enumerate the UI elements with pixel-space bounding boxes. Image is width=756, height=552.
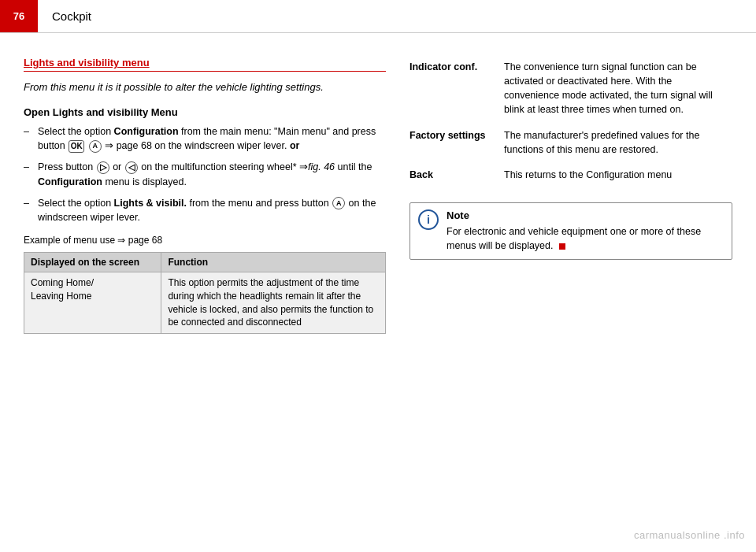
table-row: Coming Home/Leaving Home This option per…	[24, 272, 386, 334]
open-heading: Open Lights and visibility Menu	[24, 106, 386, 118]
note-title: Note	[447, 209, 724, 221]
section-heading: Lights and visibility menu	[24, 57, 386, 72]
info-icon: i	[418, 209, 439, 230]
page-header: 76 Cockpit	[0, 0, 756, 33]
value-factory: The manufacturer's predefined values for…	[504, 125, 732, 165]
col-func-header: Function	[161, 253, 386, 272]
left-column: Lights and visibility menu From this men…	[24, 57, 386, 342]
ok-button-icon: OK	[69, 140, 84, 153]
steps-list: – Select the option Configuration from t…	[24, 124, 386, 226]
table-cell-func: This option permits the adjustment of th…	[161, 272, 386, 334]
menu-table: Displayed on the screen Function Coming …	[24, 252, 386, 334]
page-title: Cockpit	[38, 9, 91, 23]
main-content: Lights and visibility menu From this men…	[0, 33, 756, 365]
watermark: carmanualsonline .info	[634, 529, 745, 541]
bullet-dash: –	[24, 124, 38, 139]
bullet-text: Press button ▷ or ◁ on the multifunction…	[38, 160, 386, 190]
info-row-factory: Factory settings The manufacturer's pred…	[410, 125, 732, 165]
a-button-icon2: A	[332, 197, 345, 209]
note-content: Note For electronic and vehicle equipmen…	[447, 209, 724, 253]
term-configuration: Configuration	[114, 126, 179, 137]
page-number: 76	[0, 0, 38, 32]
list-item: – Select the option Lights & visibil. fr…	[24, 196, 386, 226]
info-row-indicator: Indicator conf. The convenience turn sig…	[410, 57, 732, 125]
list-item: – Select the option Configuration from t…	[24, 124, 386, 154]
a-button-icon: A	[89, 140, 102, 153]
right-arrow-icon: ▷	[97, 161, 109, 174]
note-text: For electronic and vehicle equipment one…	[447, 224, 724, 253]
intro-text: From this menu it is it possible to alte…	[24, 80, 386, 95]
label-indicator: Indicator conf.	[410, 57, 504, 125]
value-indicator: The convenience turn signal function can…	[504, 57, 732, 125]
fig-ref: fig. 46	[308, 161, 335, 172]
value-back: This returns to the Configuration menu	[504, 165, 732, 190]
bullet-dash: –	[24, 160, 38, 175]
bullet-text: Select the option Configuration from the…	[38, 124, 386, 154]
term-lights: Lights & visibil.	[114, 198, 187, 209]
or-label: or	[290, 140, 300, 151]
info-table: Indicator conf. The convenience turn sig…	[410, 57, 732, 190]
example-text: Example of menu use ⇒ page 68	[24, 235, 386, 246]
label-factory: Factory settings	[410, 125, 504, 165]
bullet-text: Select the option Lights & visibil. from…	[38, 196, 386, 226]
right-column: Indicator conf. The convenience turn sig…	[410, 57, 732, 342]
term-configuration2: Configuration	[38, 176, 102, 187]
list-item: – Press button ▷ or ◁ on the multifuncti…	[24, 160, 386, 190]
table-cell-screen: Coming Home/Leaving Home	[24, 272, 161, 334]
label-back: Back	[410, 165, 504, 190]
info-row-back: Back This returns to the Configuration m…	[410, 165, 732, 190]
red-marker	[559, 243, 565, 250]
col-screen-header: Displayed on the screen	[24, 253, 161, 272]
left-arrow-icon: ◁	[125, 161, 138, 174]
note-box: i Note For electronic and vehicle equipm…	[410, 202, 732, 260]
bullet-dash: –	[24, 196, 38, 211]
